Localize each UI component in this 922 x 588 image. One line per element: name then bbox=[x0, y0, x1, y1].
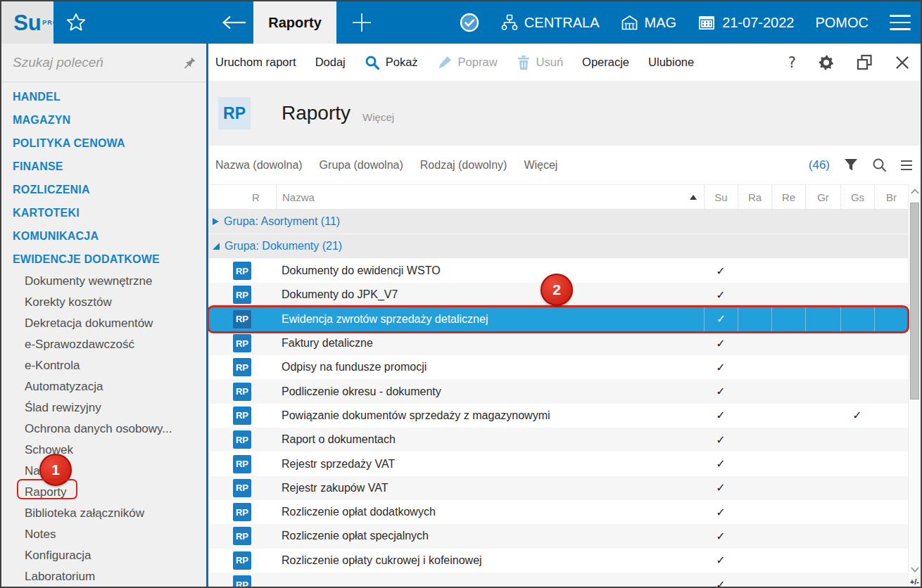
sidebar-item-korekty-kosztow[interactable]: Korekty kosztów bbox=[1, 292, 206, 313]
table-row[interactable]: RP Rozliczenie opłaty cukrowej i kofeino… bbox=[208, 549, 908, 573]
report-type-badge: RP bbox=[233, 551, 251, 570]
cascade-windows-button[interactable] bbox=[857, 54, 873, 70]
cell-su: ✓ bbox=[704, 385, 738, 398]
report-name: Powiązanie dokumentów sprzedaży z magazy… bbox=[276, 409, 704, 422]
column-header-br[interactable]: Br bbox=[874, 185, 908, 209]
sidebar-item-dokumenty-wewnetrzne[interactable]: Dokumenty wewnętrzne bbox=[1, 271, 206, 292]
group-row-asortyment[interactable]: Grupa: Asortyment (11) bbox=[208, 210, 908, 234]
app-menu-button[interactable] bbox=[890, 15, 911, 30]
table-row[interactable]: RP Odpisy na fundusze promocji ✓ bbox=[208, 355, 908, 379]
help-menu[interactable]: POMOC bbox=[815, 15, 869, 31]
run-report-button[interactable]: Uruchom raport bbox=[215, 56, 296, 69]
column-header-nazwa[interactable]: Nazwa bbox=[276, 185, 704, 209]
sidebar-section-komunikacja[interactable]: KOMUNIKACJA bbox=[1, 224, 206, 248]
sidebar-item-e-kontrola[interactable]: e-Kontrola bbox=[1, 355, 206, 376]
main-panel: Uruchom raport Dodaj Pokaż Popraw bbox=[208, 44, 921, 587]
vertical-scrollbar[interactable]: +/- bbox=[908, 184, 921, 587]
sidebar-section-polityka-cenowa[interactable]: POLITYKA CENOWA bbox=[1, 132, 206, 155]
cell-su: ✓ bbox=[704, 409, 738, 422]
sidebar-section-magazyn[interactable]: MAGAZYN bbox=[1, 108, 206, 132]
sidebar-item-automatyzacja[interactable]: Automatyzacja bbox=[1, 376, 206, 397]
favorites-button[interactable]: Ulubione bbox=[648, 56, 694, 69]
command-search-input[interactable] bbox=[13, 55, 175, 70]
sidebar-section-finanse[interactable]: FINANSE bbox=[1, 155, 206, 178]
table-row[interactable]: RP Rejestr sprzedaży VAT ✓ bbox=[208, 452, 908, 475]
filter-funnel-button[interactable] bbox=[844, 158, 858, 172]
table-row[interactable]: RP Rozliczenie opłat specjalnych ✓ bbox=[208, 524, 908, 548]
help-button[interactable]: ? bbox=[788, 54, 796, 71]
brush-icon bbox=[437, 55, 453, 70]
filter-more[interactable]: Więcej bbox=[524, 159, 557, 172]
cascade-windows-icon bbox=[857, 54, 873, 70]
sync-status-button[interactable] bbox=[459, 12, 480, 33]
report-type-badge: RP bbox=[233, 310, 251, 328]
operations-button[interactable]: Operacje bbox=[582, 56, 629, 69]
trash-icon bbox=[517, 55, 531, 70]
table-row[interactable]: RP Powiązanie dokumentów sprzedaży z mag… bbox=[208, 404, 908, 428]
cell-gr bbox=[805, 307, 840, 331]
topbar-right-cluster: CENTRALA MAG 21-07-2022 POMOC bbox=[459, 1, 911, 44]
more-link[interactable]: Więcej bbox=[362, 111, 394, 123]
scrollbar-thumb[interactable] bbox=[910, 203, 919, 400]
back-arrow-icon bbox=[220, 15, 247, 30]
report-name: Rejestr sprzedaży VAT bbox=[276, 458, 704, 471]
sidebar-item-schowek[interactable]: Schowek bbox=[1, 440, 206, 461]
column-header-su[interactable]: Su bbox=[704, 185, 738, 209]
cell-su: ✓ bbox=[704, 264, 738, 278]
delete-button[interactable]: Usuń bbox=[517, 55, 564, 70]
module-toolbar: Uruchom raport Dodaj Pokaż Popraw bbox=[208, 44, 921, 81]
back-button[interactable] bbox=[217, 1, 251, 44]
sidebar-item-dekretacja-dokumentow[interactable]: Dekretacja dokumentów bbox=[1, 313, 206, 334]
calendar-icon bbox=[697, 14, 716, 31]
report-name: Dokumenty do ewidencji WSTO bbox=[276, 264, 704, 277]
table-row-selected[interactable]: RP Ewidencja zwrotów sprzedaży detaliczn… bbox=[208, 307, 908, 331]
favorites-star-button[interactable] bbox=[61, 1, 91, 44]
new-tab-button[interactable] bbox=[338, 1, 386, 44]
warehouse-selector[interactable]: MAG bbox=[621, 14, 677, 31]
sidebar-item-slad-rewizyjny[interactable]: Ślad rewizyjny bbox=[1, 397, 206, 418]
company-selector[interactable]: CENTRALA bbox=[501, 14, 600, 31]
sidebar-item-konfiguracja[interactable]: Konfiguracja bbox=[1, 545, 206, 566]
column-header-re[interactable]: Re bbox=[771, 185, 805, 209]
date-selector[interactable]: 21-07-2022 bbox=[697, 14, 794, 31]
table-row[interactable]: RP Podliczenie okresu - dokumenty ✓ bbox=[208, 379, 908, 403]
sidebar-item-laboratorium[interactable]: Laboratorium bbox=[1, 566, 206, 587]
edit-button[interactable]: Popraw bbox=[437, 55, 498, 70]
tab-raporty[interactable]: Raporty bbox=[253, 1, 336, 44]
sidebar-section-ewidencje-dodatkowe[interactable]: EWIDENCJE DODATKOWE bbox=[1, 248, 206, 271]
table-row-partial[interactable]: RP ✓ bbox=[208, 573, 908, 587]
column-header-ra[interactable]: Ra bbox=[738, 185, 771, 209]
sidebar-item-biblioteka-zalacznikow[interactable]: Biblioteka załączników bbox=[1, 503, 206, 524]
sidebar-item-e-sprawozdawczosc[interactable]: e-Sprawozdawczość bbox=[1, 334, 206, 355]
app-logo[interactable]: Su PRO bbox=[1, 1, 53, 44]
sidebar-section-handel[interactable]: HANDEL bbox=[1, 85, 206, 108]
column-header-gr[interactable]: Gr bbox=[805, 185, 840, 209]
column-header-gs[interactable]: Gs bbox=[840, 185, 874, 209]
sidebar-section-rozliczenia[interactable]: ROZLICZENIA bbox=[1, 178, 206, 201]
table-row[interactable]: RP Raport o dokumentach ✓ bbox=[208, 428, 908, 452]
column-header-r[interactable]: R bbox=[208, 185, 276, 209]
list-menu-button[interactable] bbox=[901, 160, 912, 170]
scroll-up-icon[interactable] bbox=[911, 188, 919, 194]
table-row[interactable]: RP Rejestr zakupów VAT ✓ bbox=[208, 476, 908, 500]
show-button[interactable]: Pokaż bbox=[365, 55, 418, 70]
table-row[interactable]: RP Faktury detaliczne ✓ bbox=[208, 331, 908, 355]
scroll-down-icon[interactable] bbox=[911, 567, 919, 573]
search-icon-button[interactable] bbox=[872, 158, 887, 172]
sidebar-item-ochrona-danych[interactable]: Ochrona danych osobowy... bbox=[1, 418, 206, 440]
table-row[interactable]: RP Rozliczenie opłat dodatkowych ✓ bbox=[208, 500, 908, 524]
filter-name[interactable]: Nazwa (dowolna) bbox=[215, 159, 303, 172]
pin-icon[interactable] bbox=[183, 56, 196, 70]
close-button[interactable] bbox=[895, 56, 909, 70]
filter-type[interactable]: Rodzaj (dowolny) bbox=[420, 159, 507, 172]
sidebar-section-kartoteki[interactable]: KARTOTEKI bbox=[1, 201, 206, 224]
settings-gear-button[interactable] bbox=[819, 55, 834, 70]
filter-group[interactable]: Grupa (dowolna) bbox=[320, 159, 403, 172]
sidebar-item-notes[interactable]: Notes bbox=[1, 524, 206, 545]
group-row-dokumenty[interactable]: Grupa: Dokumenty (21) bbox=[208, 234, 908, 259]
cell-su: ✓ bbox=[704, 578, 738, 587]
add-button[interactable]: Dodaj bbox=[315, 56, 346, 69]
sidebar-nav: HANDEL MAGAZYN POLITYKA CENOWA FINANSE R… bbox=[1, 82, 206, 587]
add-label: Dodaj bbox=[315, 56, 346, 69]
report-type-badge: RP bbox=[233, 479, 251, 497]
